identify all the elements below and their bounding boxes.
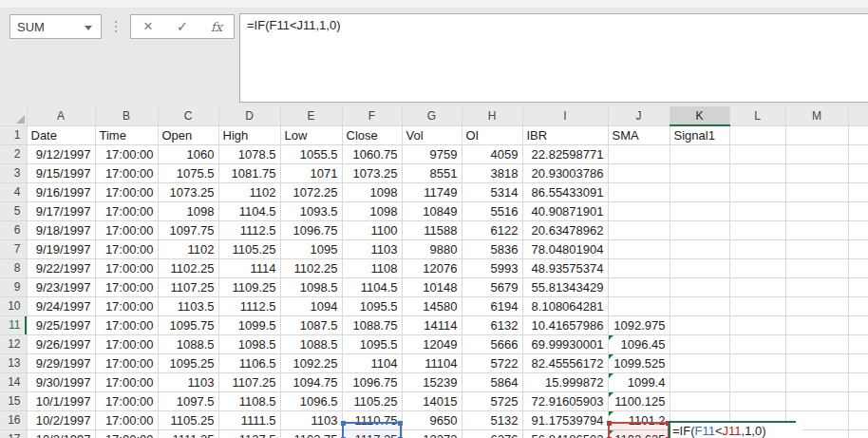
cell[interactable]: 1092.975 xyxy=(608,315,670,334)
cell[interactable]: 1101.2 xyxy=(608,410,670,429)
cell[interactable] xyxy=(729,391,785,410)
cell[interactable]: 17:00:00 xyxy=(95,258,158,277)
cell[interactable] xyxy=(729,372,785,391)
cell[interactable] xyxy=(729,125,785,144)
cell[interactable]: 1106.5 xyxy=(218,353,280,372)
cell[interactable] xyxy=(670,372,729,391)
cell[interactable]: 1100 xyxy=(342,220,402,239)
cell[interactable]: High xyxy=(218,125,280,144)
cell[interactable]: 78.04801904 xyxy=(522,239,608,258)
cell[interactable] xyxy=(670,391,729,410)
cell[interactable]: 1112.5 xyxy=(218,220,280,239)
cell[interactable] xyxy=(729,334,785,353)
insert-function-icon[interactable]: fx xyxy=(199,15,234,38)
cell-editor-k11[interactable]: =IF(F11<J11,1,0) xyxy=(670,422,802,438)
cell[interactable]: 1097.75 xyxy=(158,220,218,239)
cell[interactable]: 1117.25 xyxy=(342,429,402,438)
cell[interactable]: 3818 xyxy=(462,163,522,182)
cell[interactable] xyxy=(608,296,670,315)
cell[interactable]: 1088.75 xyxy=(342,315,402,334)
cell[interactable] xyxy=(848,410,868,429)
cell[interactable]: 9/15/1997 xyxy=(27,163,95,182)
cell[interactable] xyxy=(608,201,670,220)
column-header-g[interactable]: G xyxy=(402,106,462,125)
cell[interactable] xyxy=(848,220,868,239)
cell[interactable]: 1081.75 xyxy=(218,163,280,182)
cell[interactable]: 1098.5 xyxy=(218,334,280,353)
cell[interactable] xyxy=(848,429,868,438)
cell[interactable]: 17:00:00 xyxy=(95,334,158,353)
cell[interactable] xyxy=(670,258,729,277)
cell[interactable]: 1096.5 xyxy=(280,391,342,410)
cell[interactable]: 86.55433091 xyxy=(522,182,608,201)
cell[interactable]: 10849 xyxy=(402,201,462,220)
cell[interactable] xyxy=(785,201,848,220)
cell[interactable] xyxy=(785,239,848,258)
cell[interactable]: 5314 xyxy=(462,182,522,201)
row-header-3[interactable]: 3 xyxy=(0,163,27,182)
cell[interactable]: 17:00:00 xyxy=(95,201,158,220)
row-header-13[interactable]: 13 xyxy=(0,353,27,372)
cell[interactable]: 1073.25 xyxy=(342,163,402,182)
cell[interactable]: 69.99930001 xyxy=(522,334,608,353)
cell[interactable] xyxy=(785,334,848,353)
cell[interactable]: 55.81343429 xyxy=(522,277,608,296)
cell[interactable]: Open xyxy=(158,125,218,144)
cell[interactable] xyxy=(848,353,868,372)
cell[interactable]: Low xyxy=(280,125,342,144)
cell[interactable]: 1097.5 xyxy=(158,391,218,410)
cell[interactable]: 1095.5 xyxy=(342,296,402,315)
cell[interactable]: 13273 xyxy=(402,429,462,438)
cell[interactable]: 1109.25 xyxy=(218,277,280,296)
cell[interactable] xyxy=(785,296,848,315)
cell[interactable]: 1107.25 xyxy=(218,372,280,391)
cell[interactable] xyxy=(729,239,785,258)
cell[interactable]: 12076 xyxy=(402,258,462,277)
cell[interactable]: 1099.5 xyxy=(218,315,280,334)
cell[interactable]: 9/30/1997 xyxy=(27,372,95,391)
cell[interactable]: 17:00:00 xyxy=(95,372,158,391)
cell[interactable] xyxy=(729,220,785,239)
column-header-l[interactable]: L xyxy=(729,106,785,125)
cell[interactable]: 56.84186503 xyxy=(522,429,608,438)
cell[interactable]: 1105.25 xyxy=(158,410,218,429)
cell[interactable]: 17:00:00 xyxy=(95,277,158,296)
cell[interactable]: 1103 xyxy=(342,239,402,258)
cell[interactable]: 9/24/1997 xyxy=(27,296,95,315)
cell[interactable] xyxy=(848,163,868,182)
cell[interactable] xyxy=(785,220,848,239)
cell[interactable]: 9/12/1997 xyxy=(27,144,95,163)
cell[interactable]: 1072.25 xyxy=(280,182,342,201)
cell[interactable]: 8.108064281 xyxy=(522,296,608,315)
chevron-down-icon[interactable] xyxy=(85,26,92,30)
cell[interactable]: 5666 xyxy=(462,334,522,353)
cell[interactable] xyxy=(670,353,729,372)
cell[interactable]: 11588 xyxy=(402,220,462,239)
cell[interactable]: 5836 xyxy=(462,239,522,258)
cell[interactable]: 40.90871901 xyxy=(522,201,608,220)
cell[interactable]: 1104 xyxy=(342,353,402,372)
cell[interactable]: 9/25/1997 xyxy=(27,315,95,334)
cell[interactable]: 82.45556172 xyxy=(522,353,608,372)
cell[interactable] xyxy=(848,315,868,334)
column-header-d[interactable]: D xyxy=(218,106,280,125)
cell[interactable]: OI xyxy=(462,125,522,144)
cell[interactable]: 1095.75 xyxy=(158,315,218,334)
cell[interactable] xyxy=(848,372,868,391)
cell[interactable]: 12049 xyxy=(402,334,462,353)
cell[interactable]: 1060.75 xyxy=(342,144,402,163)
cell[interactable]: 20.63478962 xyxy=(522,220,608,239)
cell[interactable]: 1071 xyxy=(280,163,342,182)
cell[interactable]: 11749 xyxy=(402,182,462,201)
cell[interactable] xyxy=(729,201,785,220)
cell[interactable] xyxy=(608,220,670,239)
cell[interactable]: 10148 xyxy=(402,277,462,296)
cell[interactable]: 5864 xyxy=(462,372,522,391)
cell[interactable] xyxy=(785,163,848,182)
cell[interactable]: 1112.5 xyxy=(218,296,280,315)
cell[interactable] xyxy=(670,296,729,315)
enter-check-icon[interactable]: ✓ xyxy=(165,15,199,38)
row-header-17[interactable]: 17 xyxy=(0,429,27,438)
cell[interactable]: 10.41657986 xyxy=(522,315,608,334)
cell[interactable]: 1087.5 xyxy=(280,315,342,334)
